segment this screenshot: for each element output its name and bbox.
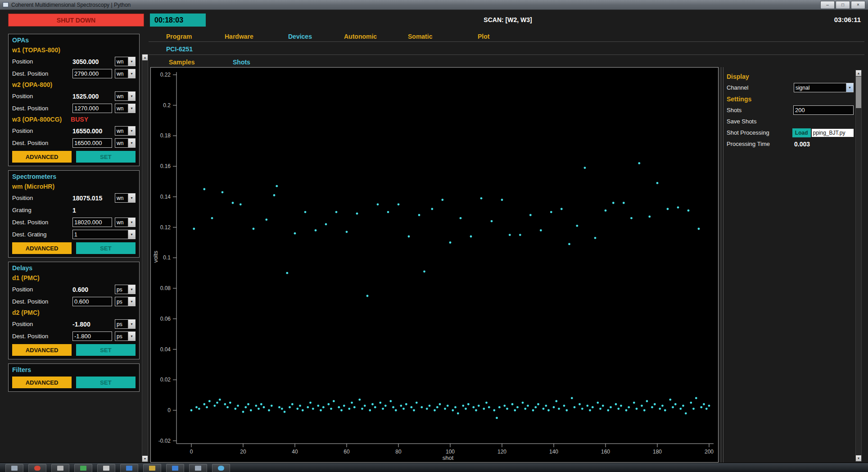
dest-position-row: Dest. Position ps ▼ xyxy=(9,295,139,308)
scroll-up-icon[interactable]: ▲ xyxy=(856,70,861,76)
window-titlebar[interactable]: Coherent Multidimensional Spectroscopy |… xyxy=(0,0,868,10)
hardware-name-w1: w1 (TOPAS-800) xyxy=(9,45,139,55)
shots-scatter-plot[interactable]: -0.0200.020.040.060.080.10.120.140.160.1… xyxy=(151,68,718,462)
svg-text:-0.02: -0.02 xyxy=(158,438,171,444)
row-label: Position xyxy=(12,321,72,327)
tab-shots[interactable]: Shots xyxy=(233,59,250,66)
units-value: wn xyxy=(115,139,128,147)
panel-title-spectrometers: Spectrometers xyxy=(9,171,139,182)
row-label: Dest. Grating xyxy=(12,231,70,238)
units-value: wn xyxy=(115,69,128,78)
taskbar-app-icon[interactable] xyxy=(97,464,115,472)
dest-position-input[interactable] xyxy=(72,69,112,78)
units-combo[interactable]: wn ▼ xyxy=(115,57,136,66)
channel-combo[interactable]: signal ▼ xyxy=(794,83,854,92)
shots-plot-area[interactable]: -0.0200.020.040.060.080.10.120.140.160.1… xyxy=(150,67,719,463)
svg-text:180: 180 xyxy=(653,449,662,455)
set-button[interactable]: SET xyxy=(76,377,136,388)
hardware-name-wm: wm (MicroHR) xyxy=(9,182,139,192)
dest-position-input[interactable] xyxy=(72,218,112,227)
chevron-down-icon: ▼ xyxy=(128,332,135,340)
tab-plot[interactable]: Plot xyxy=(478,33,489,40)
panel-buttons: ADVANCED SET xyxy=(9,375,139,389)
units-combo[interactable]: wn ▼ xyxy=(115,138,136,148)
taskbar-app-icon[interactable] xyxy=(143,464,161,472)
load-button[interactable]: Load xyxy=(792,128,811,137)
svg-text:40: 40 xyxy=(292,449,298,455)
units-combo[interactable]: ps ▼ xyxy=(115,285,136,294)
advanced-button[interactable]: ADVANCED xyxy=(12,377,72,388)
shots-input[interactable] xyxy=(793,105,854,115)
svg-text:0.1: 0.1 xyxy=(163,254,171,261)
dest-position-input[interactable] xyxy=(72,104,112,113)
settings-header: Settings xyxy=(727,95,751,103)
set-button[interactable]: SET xyxy=(76,242,136,254)
advanced-button[interactable]: ADVANCED xyxy=(12,242,72,254)
processing-time-value: 0.003 xyxy=(794,141,810,148)
taskbar-app-icon[interactable] xyxy=(120,464,138,472)
taskbar-app-icon[interactable] xyxy=(51,464,69,472)
shutdown-button[interactable]: SHUT DOWN xyxy=(8,14,144,27)
tab-samples[interactable]: Samples xyxy=(169,59,195,66)
maximize-button-icon[interactable]: □ xyxy=(836,1,850,9)
tab-autonomic[interactable]: Autonomic xyxy=(344,33,377,40)
units-combo[interactable]: wn ▼ xyxy=(115,91,136,101)
svg-text:160: 160 xyxy=(601,449,610,455)
dest-position-input[interactable] xyxy=(72,331,112,341)
row-label: Dest. Position xyxy=(12,298,72,305)
divider xyxy=(149,54,864,55)
scroll-down-icon[interactable]: ▼ xyxy=(142,456,148,462)
hardware-name-w2: w2 (OPA-800) xyxy=(9,80,139,90)
channel-value: signal xyxy=(794,83,846,92)
app-glyph-icon xyxy=(103,466,109,471)
scroll-up-icon[interactable]: ▲ xyxy=(142,54,148,60)
svg-text:shot: shot xyxy=(443,454,454,461)
units-combo[interactable]: ps ▼ xyxy=(115,319,136,329)
taskbar-app-icon[interactable] xyxy=(166,464,184,472)
units-combo[interactable]: ps ▼ xyxy=(115,331,136,341)
units-combo[interactable]: wn ▼ xyxy=(115,126,136,136)
set-button[interactable]: SET xyxy=(76,344,136,356)
shot-processing-file[interactable]: pping_BJT.py xyxy=(812,129,854,137)
tab-devices[interactable]: Devices xyxy=(288,33,312,40)
row-label: Dest. Position xyxy=(12,140,72,146)
shot-processing-label: Shot Processing xyxy=(727,129,792,136)
hardware-name-label: w3 (OPA-800CG) xyxy=(12,116,62,123)
advanced-button[interactable]: ADVANCED xyxy=(12,151,72,163)
panel-splitter[interactable] xyxy=(721,67,723,463)
position-row: Position 16550.000 wn ▼ xyxy=(9,125,139,137)
tab-pci-6251[interactable]: PCI-6251 xyxy=(166,45,193,53)
svg-text:0.06: 0.06 xyxy=(160,316,171,322)
units-combo[interactable]: ps ▼ xyxy=(115,297,136,306)
units-combo[interactable]: wn ▼ xyxy=(115,193,136,203)
scroll-down-icon[interactable]: ▼ xyxy=(856,455,861,461)
scrollbar-thumb[interactable] xyxy=(856,77,861,108)
advanced-button[interactable]: ADVANCED xyxy=(12,344,72,356)
caption-buttons: – □ × xyxy=(820,1,865,9)
taskbar-app-icon[interactable] xyxy=(5,464,23,472)
taskbar-app-icon[interactable] xyxy=(28,464,46,472)
spectrometers-panel: Spectrometers wm (MicroHR) Position 1807… xyxy=(8,170,140,258)
tab-somatic[interactable]: Somatic xyxy=(408,33,432,40)
set-button[interactable]: SET xyxy=(76,151,136,163)
dest-position-input[interactable] xyxy=(72,297,112,306)
taskbar-app-icon[interactable] xyxy=(189,464,207,472)
shots-label: Shots xyxy=(727,107,793,113)
units-combo[interactable]: wn ▼ xyxy=(115,104,136,113)
units-combo[interactable]: wn ▼ xyxy=(115,69,136,78)
units-combo[interactable]: wn ▼ xyxy=(115,218,136,227)
svg-text:80: 80 xyxy=(395,449,402,455)
settings-scrollbar[interactable]: ▲ ▼ xyxy=(855,70,862,462)
dest-grating-combo[interactable]: 1 ▼ xyxy=(72,230,136,239)
minimize-button-icon[interactable]: – xyxy=(820,1,835,9)
taskbar-app-icon[interactable] xyxy=(74,464,92,472)
app-glyph-icon xyxy=(57,466,63,471)
taskbar-app-icon[interactable] xyxy=(212,464,230,472)
dest-position-input[interactable] xyxy=(72,138,112,148)
tab-hardware[interactable]: Hardware xyxy=(225,33,253,40)
close-button-icon[interactable]: × xyxy=(851,1,865,9)
row-label: Grating xyxy=(12,207,72,213)
svg-text:0.02: 0.02 xyxy=(160,377,171,383)
sidebar-scrollbar[interactable]: ▲ ▼ xyxy=(142,54,148,462)
tab-program[interactable]: Program xyxy=(166,33,192,40)
